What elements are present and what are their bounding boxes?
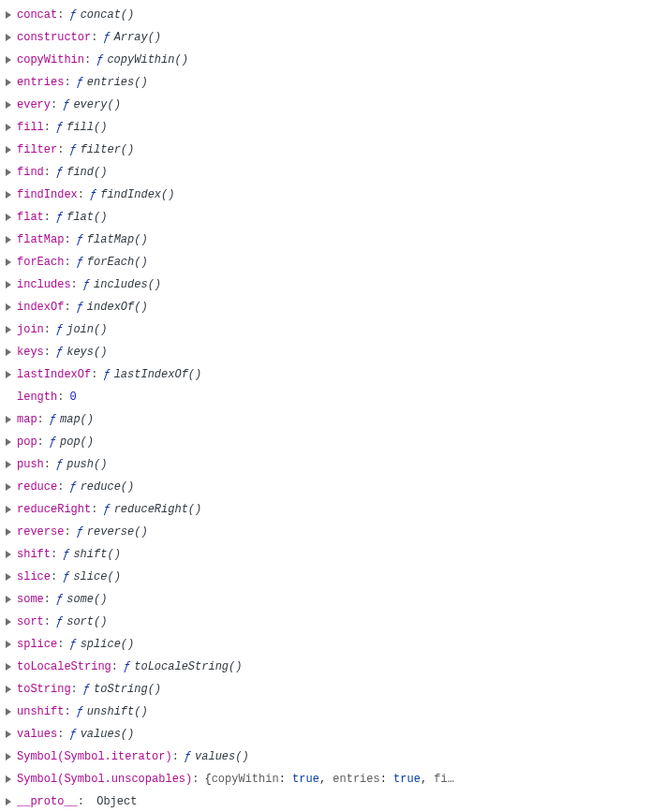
expand-triangle-icon[interactable] (6, 56, 11, 64)
property-row[interactable]: flat:ƒflat() (6, 206, 659, 229)
property-row[interactable]: slice:ƒslice() (6, 566, 659, 588)
property-row[interactable]: pop:ƒpop() (6, 431, 659, 453)
expand-triangle-icon[interactable] (6, 124, 11, 131)
property-content: flatMap:ƒflatMap() (17, 229, 148, 251)
property-row[interactable]: toLocaleString:ƒtoLocaleString() (6, 656, 659, 678)
expand-triangle-icon[interactable] (6, 641, 11, 648)
expand-triangle-icon[interactable] (6, 551, 11, 558)
function-symbol: ƒ (63, 548, 69, 561)
expand-triangle-icon[interactable] (6, 731, 11, 738)
expand-triangle-icon[interactable] (6, 438, 11, 446)
function-symbol: ƒ (56, 615, 63, 628)
property-row[interactable]: unshift:ƒunshift() (6, 701, 659, 723)
expand-triangle-icon[interactable] (6, 258, 11, 266)
function-name: pop() (60, 436, 94, 449)
property-row[interactable]: findIndex:ƒfindIndex() (6, 184, 659, 206)
property-content: shift:ƒshift() (17, 543, 121, 566)
expand-triangle-icon[interactable] (6, 618, 11, 626)
expand-triangle-icon[interactable] (6, 169, 11, 176)
property-row[interactable]: map:ƒmap() (6, 408, 659, 431)
property-content: filter:ƒfilter() (17, 139, 134, 161)
property-row[interactable]: flatMap:ƒflatMap() (6, 229, 659, 251)
property-row[interactable]: Symbol(Symbol.unscopables):{copyWithin: … (6, 768, 659, 790)
expand-triangle-icon[interactable] (6, 596, 11, 603)
property-row[interactable]: every:ƒevery() (6, 94, 659, 116)
expand-triangle-icon[interactable] (6, 528, 11, 536)
property-row[interactable]: entries:ƒentries() (6, 71, 659, 94)
property-row[interactable]: forEach:ƒforEach() (6, 251, 659, 273)
property-row[interactable]: filter:ƒfilter() (6, 139, 659, 161)
expand-triangle-icon[interactable] (6, 708, 11, 716)
property-row[interactable]: Symbol(Symbol.iterator):ƒvalues() (6, 746, 659, 768)
property-content: toString:ƒtoString() (17, 678, 161, 701)
property-row[interactable]: reduce:ƒreduce() (6, 476, 659, 498)
property-row[interactable]: __proto__: Object (6, 790, 659, 812)
expand-triangle-icon[interactable] (6, 11, 11, 19)
property-row[interactable]: constructor:ƒArray() (6, 26, 659, 49)
expand-triangle-icon[interactable] (6, 214, 11, 221)
expand-triangle-icon[interactable] (6, 371, 11, 378)
property-row[interactable]: toString:ƒtoString() (6, 678, 659, 701)
expand-triangle-icon[interactable] (6, 79, 11, 86)
expand-triangle-icon[interactable] (6, 506, 11, 513)
expand-triangle-icon[interactable] (6, 573, 11, 581)
property-content: map:ƒmap() (17, 408, 94, 431)
property-content: reduceRight:ƒreduceRight() (17, 498, 201, 521)
property-row[interactable]: splice:ƒsplice() (6, 633, 659, 656)
expand-triangle-icon[interactable] (6, 416, 11, 423)
expand-triangle-icon[interactable] (6, 798, 11, 805)
function-symbol: ƒ (77, 301, 83, 314)
expand-triangle-icon[interactable] (6, 101, 11, 109)
expand-triangle-icon[interactable] (6, 686, 11, 693)
expand-triangle-icon[interactable] (6, 326, 11, 333)
expand-triangle-icon[interactable] (6, 348, 11, 356)
colon-separator: : (44, 615, 51, 628)
colon-separator: : (44, 346, 51, 359)
property-row[interactable]: reduceRight:ƒreduceRight() (6, 498, 659, 521)
property-list: concat:ƒconcat()constructor:ƒArray()copy… (6, 4, 659, 812)
property-row[interactable]: lastIndexOf:ƒlastIndexOf() (6, 363, 659, 386)
property-row[interactable]: find:ƒfind() (6, 161, 659, 184)
property-row[interactable]: values:ƒvalues() (6, 723, 659, 746)
property-row[interactable]: copyWithin:ƒcopyWithin() (6, 49, 659, 71)
property-row[interactable]: includes:ƒincludes() (6, 273, 659, 296)
property-content: lastIndexOf:ƒlastIndexOf() (17, 363, 201, 386)
property-row[interactable]: concat:ƒconcat() (6, 4, 659, 26)
expand-triangle-icon[interactable] (6, 236, 11, 244)
colon-separator: : (57, 728, 64, 741)
property-row[interactable]: sort:ƒsort() (6, 611, 659, 633)
colon-separator: : (44, 121, 51, 134)
colon-separator: : (279, 773, 292, 786)
expand-triangle-icon[interactable] (6, 461, 11, 468)
property-row[interactable]: some:ƒsome() (6, 588, 659, 611)
expand-triangle-icon[interactable] (6, 663, 11, 671)
expand-triangle-icon[interactable] (6, 483, 11, 491)
property-row[interactable]: keys:ƒkeys() (6, 341, 659, 363)
expand-triangle-icon[interactable] (6, 34, 11, 41)
colon-separator: : (71, 683, 78, 696)
expand-triangle-icon[interactable] (6, 775, 11, 783)
property-row[interactable]: fill:ƒfill() (6, 116, 659, 139)
property-row[interactable]: reverse:ƒreverse() (6, 521, 659, 543)
function-name: push() (66, 458, 107, 471)
expand-triangle-icon[interactable] (6, 303, 11, 311)
colon-separator: : (44, 593, 51, 606)
expand-triangle-icon[interactable] (6, 281, 11, 288)
preview-value: true (292, 773, 319, 786)
property-row[interactable]: length:0 (6, 386, 659, 408)
property-name: length (17, 391, 57, 404)
property-content: push:ƒpush() (17, 453, 107, 476)
colon-separator: : (172, 750, 179, 763)
colon-separator: : (44, 323, 51, 336)
property-name: splice (17, 638, 57, 651)
colon-separator: : (57, 8, 64, 22)
property-name: values (17, 728, 57, 741)
expand-triangle-icon[interactable] (6, 753, 11, 760)
expand-triangle-icon[interactable] (6, 146, 11, 154)
property-row[interactable]: shift:ƒshift() (6, 543, 659, 566)
expand-triangle-icon[interactable] (6, 191, 11, 199)
property-row[interactable]: push:ƒpush() (6, 453, 659, 476)
property-row[interactable]: join:ƒjoin() (6, 318, 659, 341)
property-row[interactable]: indexOf:ƒindexOf() (6, 296, 659, 318)
property-content: includes:ƒincludes() (17, 273, 161, 296)
